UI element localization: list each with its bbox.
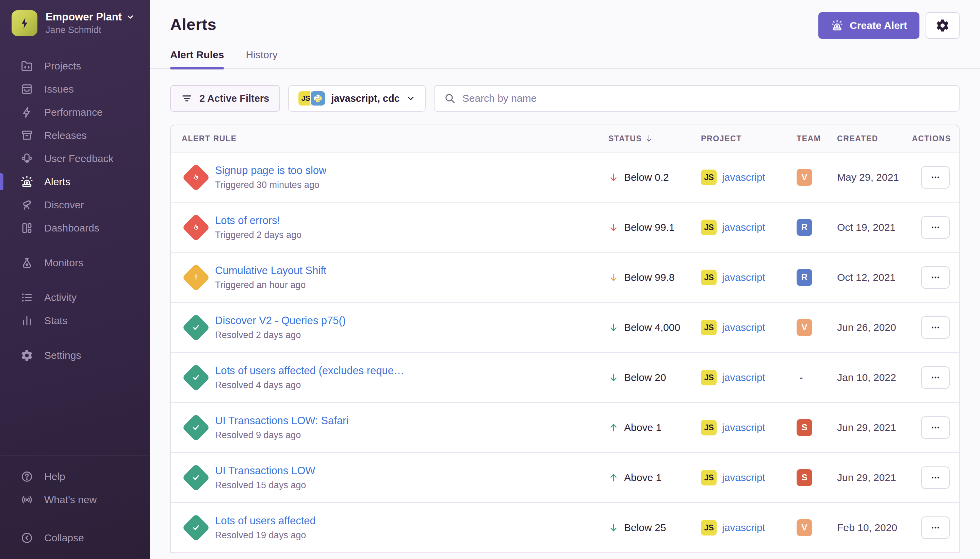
col-created[interactable]: CREATED xyxy=(837,134,912,143)
arrow-up-icon xyxy=(609,471,619,485)
sidebar-item-activity[interactable]: Activity xyxy=(0,286,150,309)
status-cell: Below 99.1 xyxy=(609,221,701,234)
sidebar-item-label: Projects xyxy=(44,60,81,72)
tab-bar: Alert Rules History xyxy=(150,49,980,69)
alert-rule-detail: Resolved 9 days ago xyxy=(215,430,348,440)
project-link[interactable]: javascript xyxy=(722,272,765,283)
status-cell: Above 1 xyxy=(609,471,701,485)
sidebar-item-releases[interactable]: Releases xyxy=(0,124,150,147)
team-cell: S xyxy=(797,419,837,436)
sidebar-item-help[interactable]: Help xyxy=(0,465,150,488)
search-icon xyxy=(444,93,455,104)
org-switcher[interactable]: Empower Plant Jane Schmidt xyxy=(0,0,150,40)
org-logo xyxy=(12,10,38,36)
sidebar-item-monitors[interactable]: Monitors xyxy=(0,251,150,275)
project-link[interactable]: javascript xyxy=(722,322,765,333)
alert-rule-link[interactable]: Lots of errors! xyxy=(215,215,302,227)
project-selector[interactable]: JS javascript, cdc xyxy=(288,85,426,112)
sidebar-item-settings[interactable]: Settings xyxy=(0,344,150,367)
alert-rule-detail: Resolved 19 days ago xyxy=(215,530,316,541)
sidebar-item-projects[interactable]: Projects xyxy=(0,55,150,78)
alert-rule-link[interactable]: Lots of users affected (excludes reque… xyxy=(215,365,404,377)
siren-icon xyxy=(831,19,843,32)
search-box xyxy=(434,85,960,112)
sidebar-item-label: Alerts xyxy=(44,176,71,188)
search-input[interactable] xyxy=(462,93,949,104)
resolved-diamond-icon xyxy=(182,463,210,491)
sidebar-item-issues[interactable]: Issues xyxy=(0,78,150,101)
project-link[interactable]: javascript xyxy=(722,522,765,533)
active-indicator-bar xyxy=(0,173,3,190)
sidebar-item-label: Issues xyxy=(44,83,74,95)
team-avatar-badge: S xyxy=(797,419,812,436)
col-status[interactable]: STATUS xyxy=(609,134,701,143)
alert-rule-link[interactable]: Discover V2 - Queries p75() xyxy=(215,314,346,327)
col-alert-rule[interactable]: ALERT RULE xyxy=(171,134,609,143)
status-value: Above 1 xyxy=(624,422,662,433)
row-actions-button[interactable] xyxy=(921,416,950,439)
col-team[interactable]: TEAM xyxy=(797,134,837,143)
row-actions-button[interactable] xyxy=(921,366,950,389)
arrow-down-icon xyxy=(609,170,619,184)
status-cell: Below 20 xyxy=(609,371,701,384)
siren-icon xyxy=(20,175,34,189)
row-actions-button[interactable] xyxy=(921,516,950,539)
alert-rule-detail: Resolved 15 days ago xyxy=(215,480,315,491)
row-actions-button[interactable] xyxy=(921,266,950,289)
col-project[interactable]: PROJECT xyxy=(701,134,797,143)
created-date: Jun 29, 2021 xyxy=(837,472,912,483)
python-logo-icon xyxy=(311,91,325,106)
project-link[interactable]: javascript xyxy=(722,372,765,383)
created-date: Jun 26, 2020 xyxy=(837,322,912,333)
projects-icon xyxy=(20,59,34,73)
critical-diamond-icon xyxy=(182,213,210,241)
project-link[interactable]: javascript xyxy=(722,222,765,233)
alert-rule-link[interactable]: Signup page is too slow xyxy=(215,164,326,177)
alert-rule-link[interactable]: UI Transactions LOW: Safari xyxy=(215,415,348,427)
sidebar-footer: Help What's new Collapse xyxy=(0,455,150,559)
sidebar-item-label: Collapse xyxy=(44,532,84,544)
sidebar-item-what-s-new[interactable]: What's new xyxy=(0,488,150,511)
team-cell: V xyxy=(797,169,837,186)
settings-gear-button[interactable] xyxy=(926,12,960,39)
project-link[interactable]: javascript xyxy=(722,172,765,183)
alert-rule-link[interactable]: Lots of users affected xyxy=(215,515,316,527)
sidebar-item-stats[interactable]: Stats xyxy=(0,309,150,332)
ellipsis-icon xyxy=(930,322,941,333)
sidebar-item-discover[interactable]: Discover xyxy=(0,194,150,217)
table-row: Lots of errors! Triggered 2 days ago Bel… xyxy=(171,203,959,253)
table-row: UI Transactions LOW Resolved 15 days ago… xyxy=(171,453,959,503)
created-date: Oct 19, 2021 xyxy=(837,222,912,233)
create-alert-button[interactable]: Create Alert xyxy=(818,12,919,39)
sidebar-item-collapse[interactable]: Collapse xyxy=(0,526,150,549)
project-cell: JS javascript xyxy=(701,170,797,185)
discover-icon xyxy=(20,198,34,212)
alert-rule-detail: Resolved 2 days ago xyxy=(215,330,346,341)
sidebar-item-dashboards[interactable]: Dashboards xyxy=(0,217,150,240)
row-actions-button[interactable] xyxy=(921,316,950,339)
alert-rule-link[interactable]: Cumulative Layout Shift xyxy=(215,265,326,277)
status-cell: Above 1 xyxy=(609,421,701,434)
row-actions-button[interactable] xyxy=(921,466,950,489)
arrow-down-icon xyxy=(609,221,619,234)
project-link[interactable]: javascript xyxy=(722,472,765,483)
sidebar-item-label: What's new xyxy=(44,494,97,506)
alert-rule-link[interactable]: UI Transactions LOW xyxy=(215,465,315,477)
team-cell: V xyxy=(797,319,837,336)
active-filters-button[interactable]: 2 Active Filters xyxy=(170,85,280,112)
project-cell: JS javascript xyxy=(701,420,797,435)
ellipsis-icon xyxy=(930,222,941,233)
sidebar-item-alerts[interactable]: Alerts xyxy=(0,170,150,194)
tab-alert-rules[interactable]: Alert Rules xyxy=(170,49,224,68)
tab-history[interactable]: History xyxy=(246,49,277,68)
col-actions: ACTIONS xyxy=(912,134,959,143)
project-link[interactable]: javascript xyxy=(722,422,765,433)
row-actions-button[interactable] xyxy=(921,216,950,239)
resolved-diamond-icon xyxy=(182,313,210,341)
status-value: Below 25 xyxy=(624,522,666,533)
row-actions-button[interactable] xyxy=(921,166,950,189)
sidebar-item-performance[interactable]: Performance xyxy=(0,101,150,124)
sidebar-item-user-feedback[interactable]: User Feedback xyxy=(0,147,150,170)
alert-rule-detail: Resolved 4 days ago xyxy=(215,380,404,390)
status-value: Above 1 xyxy=(624,472,662,483)
